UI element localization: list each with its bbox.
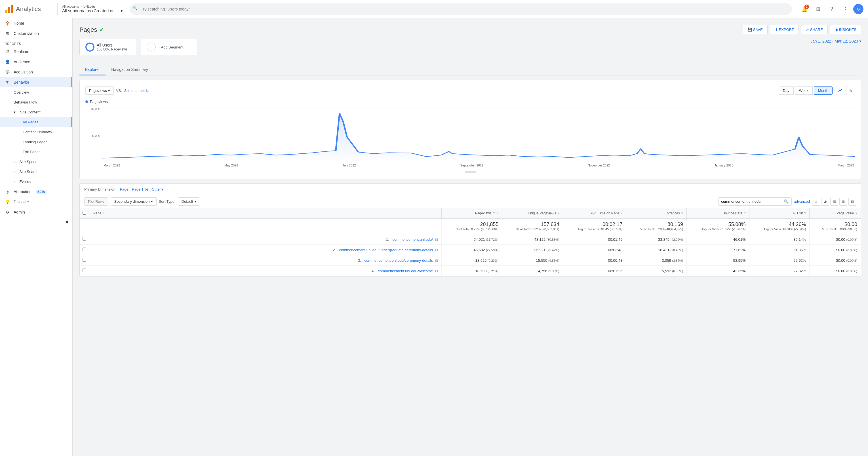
date-range-selector[interactable]: Jan 1, 2022 - Mar 12, 2023 ▾ xyxy=(810,39,861,43)
sidebar-item-content-drilldown[interactable]: Content Drilldown xyxy=(0,127,72,137)
row1-copy-icon[interactable]: ⊟ xyxy=(435,238,438,241)
th-pageviews[interactable]: Pageviews ? ↓ xyxy=(441,208,502,219)
add-segment-button[interactable]: + Add Segment xyxy=(141,39,197,55)
sidebar-item-site-content[interactable]: ▾ Site Content xyxy=(0,107,72,117)
y-axis-mid: 20,000 xyxy=(85,134,100,137)
more-button[interactable]: ⋮ xyxy=(840,3,851,15)
notifications-button[interactable]: 🔔 1 xyxy=(799,3,810,15)
row2-ent-pct: (20.48%) xyxy=(670,249,683,252)
share-button[interactable]: ↗ SHARE xyxy=(801,25,828,34)
secondary-dimension-dropdown[interactable]: Secondary dimension ▾ xyxy=(111,197,157,205)
sidebar-item-attribution[interactable]: ◎ Attribution BETA xyxy=(0,187,72,197)
row3-ent: 3,059 xyxy=(662,258,671,263)
sidebar-collapse-button[interactable]: ◀ xyxy=(0,217,72,226)
advanced-link[interactable]: advanced xyxy=(794,199,810,204)
user-avatar[interactable]: G xyxy=(853,4,864,14)
sidebar-item-customization[interactable]: ⊞ Customization xyxy=(0,28,72,39)
th-bounce-rate[interactable]: Bounce Rate ? xyxy=(687,208,749,219)
row2-checkbox[interactable] xyxy=(83,248,86,251)
row2-copy-icon[interactable]: ⊟ xyxy=(435,248,438,252)
th-avg-time[interactable]: Avg. Time on Page ? xyxy=(563,208,626,219)
main-content: Pages ✔ 💾 SAVE ⬇ EXPORT ↗ SHARE ◉ INSIGH… xyxy=(73,18,868,456)
insights-button[interactable]: ◉ INSIGHTS xyxy=(830,25,861,34)
table-view-button[interactable]: ≡ xyxy=(812,198,820,205)
summary-avg-time: 00:02:17 xyxy=(566,222,623,227)
tab-navigation-summary[interactable]: Navigation Summary xyxy=(105,64,154,75)
row2-exit: 61.36% xyxy=(749,245,810,255)
week-button[interactable]: Week xyxy=(795,87,813,95)
month-button[interactable]: Month xyxy=(814,87,833,95)
scroll-handle[interactable] xyxy=(465,171,476,173)
row4-copy-icon[interactable]: ⊟ xyxy=(435,269,438,273)
th-unique-pageviews[interactable]: Unique Pageviews ? xyxy=(502,208,563,219)
compare-view-button[interactable]: ⊟ xyxy=(848,198,856,205)
line-chart-button[interactable] xyxy=(836,86,845,95)
dropdown-arrow2: ▾ xyxy=(151,199,153,204)
row1-checkbox[interactable] xyxy=(83,237,86,241)
exit-info-icon: ? xyxy=(804,211,806,215)
export-button[interactable]: ⬇ EXPORT xyxy=(770,25,799,34)
sidebar-item-behavior[interactable]: ▼ Behavior xyxy=(0,77,72,87)
th-page-value[interactable]: Page Value ? xyxy=(810,208,861,219)
bar-view-button[interactable]: ▦ xyxy=(830,198,838,205)
audience-icon: 👤 xyxy=(4,60,10,64)
admin-icon: ⚙ xyxy=(4,210,10,215)
row3-page-link[interactable]: commencement.unl.edu/ceremony-details xyxy=(365,258,433,263)
x-label-1: March 2022 xyxy=(103,164,120,167)
select-metric-link[interactable]: Select a metric xyxy=(124,89,149,93)
save-button[interactable]: 💾 SAVE xyxy=(743,25,768,34)
sidebar-item-all-pages[interactable]: All Pages xyxy=(0,117,72,127)
table-search-button[interactable]: 🔍 xyxy=(781,198,792,205)
sidebar-item-events[interactable]: › Events xyxy=(0,177,72,187)
pie-view-button[interactable]: ◕ xyxy=(821,198,829,205)
row3-avg-time: 00:00:48 xyxy=(563,255,626,266)
row4-checkbox[interactable] xyxy=(83,268,86,272)
sort-type-dropdown[interactable]: Default ▾ xyxy=(178,197,200,205)
reports-section-label: REPORTS xyxy=(0,39,72,46)
sidebar-item-audience[interactable]: 👤 Audience xyxy=(0,57,72,67)
select-all-checkbox[interactable] xyxy=(83,211,86,215)
account-selector[interactable]: All accounts > !UNLedu All subdomains (C… xyxy=(62,5,123,13)
dim-other-dropdown[interactable]: Other ▾ xyxy=(152,187,164,191)
verified-icon: ✔ xyxy=(99,26,104,33)
table-row: 3. commencement.unl.edu/ceremony-details… xyxy=(80,255,861,266)
all-users-segment[interactable]: All Users 100.00% Pageviews xyxy=(80,39,136,55)
dim-page-link[interactable]: Page xyxy=(120,187,128,191)
summary-entrances: 80,169 xyxy=(629,222,683,227)
sidebar-item-realtime[interactable]: ⏱ Realtime xyxy=(0,46,72,57)
row4-page-link[interactable]: commencement.unl.edu/welcome xyxy=(378,269,433,273)
sidebar-item-home[interactable]: 🏠 Home xyxy=(0,18,72,28)
help-button[interactable]: ? xyxy=(826,3,837,15)
segment-circle xyxy=(85,42,94,52)
row3-checkbox[interactable] xyxy=(83,258,86,262)
dim-page-title-link[interactable]: Page Title xyxy=(132,187,148,191)
sidebar-item-behavior-flow[interactable]: Behavior Flow xyxy=(0,97,72,107)
sidebar-item-acquisition[interactable]: 📡 Acquisition xyxy=(0,67,72,77)
toolbar-right: 🔍 advanced ≡ ◕ ▦ ⊞ ⊟ xyxy=(718,197,856,205)
header-actions: 💾 SAVE ⬇ EXPORT ↗ SHARE ◉ INSIGHTS xyxy=(743,25,861,34)
sidebar-item-site-speed[interactable]: › Site Speed xyxy=(0,157,72,167)
global-search-input[interactable] xyxy=(130,3,792,15)
sidebar-item-landing-pages[interactable]: Landing Pages xyxy=(0,137,72,147)
sidebar-item-overview[interactable]: Overview xyxy=(0,87,72,97)
row3-pval-pct: (0.00%) xyxy=(846,259,857,262)
table-search-input[interactable] xyxy=(718,198,781,205)
sidebar-item-discover[interactable]: 💡 Discover xyxy=(0,197,72,207)
th-entrances[interactable]: Entrances ? xyxy=(626,208,687,219)
row3-copy-icon[interactable]: ⊟ xyxy=(435,259,438,263)
property-selector[interactable]: All subdomains (Created on ... ▾ xyxy=(62,8,123,13)
motionplot-button[interactable]: ⊕ xyxy=(846,86,855,95)
row1-pv-pct: (31.72%) xyxy=(486,238,499,241)
th-pct-exit[interactable]: % Exit ? xyxy=(749,208,810,219)
row2-page-link[interactable]: commencement.unl.edu/undergraduate-cerem… xyxy=(339,248,433,252)
metric-dropdown[interactable]: Pageviews ▾ xyxy=(85,87,114,95)
row1-page-link[interactable]: commencement.unl.edu/ xyxy=(393,237,433,241)
data-view-button[interactable]: ⊞ xyxy=(839,198,847,205)
sidebar-item-site-search[interactable]: › Site Search xyxy=(0,167,72,177)
view-icons: ≡ ◕ ▦ ⊞ ⊟ xyxy=(812,198,856,205)
tab-explorer[interactable]: Explorer xyxy=(80,64,105,75)
sidebar-item-exit-pages[interactable]: Exit Pages xyxy=(0,147,72,157)
apps-button[interactable]: ⊞ xyxy=(812,3,824,15)
day-button[interactable]: Day xyxy=(779,87,794,95)
sidebar-item-admin[interactable]: ⚙ Admin xyxy=(0,207,72,217)
